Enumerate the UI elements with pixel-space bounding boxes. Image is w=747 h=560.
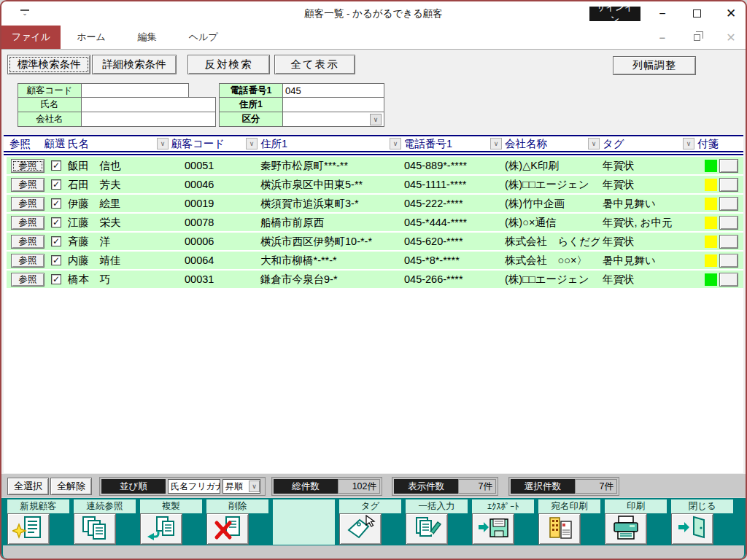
filter-dropdown-icon[interactable]: ∨ xyxy=(490,138,502,149)
menu-tab[interactable]: ヘルプ xyxy=(173,26,234,49)
app-window: ⌄ 顧客一覧 - かるがるできる顧客 サインイン − ✕ ファイルホーム編集ヘル… xyxy=(0,0,747,560)
filter-dropdown-icon[interactable]: ∨ xyxy=(157,138,169,149)
mdi-minimize-icon[interactable]: − xyxy=(646,26,679,49)
cell-code: 00031 xyxy=(169,271,258,288)
column-width-adjust-button[interactable]: 列幅調整 xyxy=(613,56,696,75)
search-condition-button[interactable]: 反対検索 xyxy=(187,55,270,74)
fusen-button[interactable] xyxy=(719,273,738,287)
fusen-button[interactable] xyxy=(719,254,738,268)
toolbar-button[interactable] xyxy=(7,513,50,545)
toolbar-button[interactable] xyxy=(74,513,116,545)
header-fusen: 付箋 xyxy=(694,137,719,151)
filter-dropdown-icon[interactable]: ∨ xyxy=(683,138,694,149)
menu-tab[interactable]: ホーム xyxy=(61,26,122,49)
reference-button[interactable]: 参照 xyxy=(11,254,44,268)
chevron-down-icon[interactable]: ∨ xyxy=(370,114,382,125)
row-checkbox[interactable]: ✓ xyxy=(51,160,61,171)
fusen-button[interactable] xyxy=(719,178,738,192)
toolbar-cell-label: 削除 xyxy=(206,499,268,513)
serial-reference-icon xyxy=(79,515,111,543)
fusen-button[interactable] xyxy=(719,216,738,230)
filter-dropdown-icon[interactable]: ∨ xyxy=(390,138,401,149)
row-checkbox[interactable]: ✓ xyxy=(51,198,61,209)
name-label: 氏名 xyxy=(18,97,82,112)
row-checkbox[interactable]: ✓ xyxy=(51,236,61,246)
toolbar-button[interactable] xyxy=(605,513,647,545)
cell-company: (株)△K印刷 xyxy=(502,157,600,174)
address1-input[interactable] xyxy=(282,97,384,112)
search-condition-button[interactable]: 詳細検索条件 xyxy=(92,55,177,74)
mdi-close-icon[interactable]: ✕ xyxy=(714,26,747,49)
fusen-color-swatch xyxy=(705,254,717,267)
cell-code: 00078 xyxy=(169,214,258,231)
fusen-button[interactable] xyxy=(719,159,738,173)
cell-code: 00006 xyxy=(169,233,258,250)
row-checkbox[interactable]: ✓ xyxy=(51,179,61,190)
toolbar-button[interactable] xyxy=(339,513,382,545)
cell-tag: 年賀状 xyxy=(600,157,694,174)
row-checkbox[interactable]: ✓ xyxy=(51,217,61,228)
reference-button[interactable]: 参照 xyxy=(11,197,44,211)
cell-name: 飯田 信也 xyxy=(65,157,169,174)
bottom-toolbar: 新規顧客 連続参照 複製 削除 タグ 一括入力 ｴｸｽﾎﾟｰﾄ 宛名印刷 印刷 … xyxy=(1,497,746,560)
name-input[interactable] xyxy=(81,97,216,112)
reference-button[interactable]: 参照 xyxy=(11,216,44,230)
cell-phone: 045-889*-**** xyxy=(401,157,502,174)
header-tag: タグ xyxy=(600,137,624,151)
reference-button[interactable]: 参照 xyxy=(11,159,44,173)
phone1-input[interactable]: 045 xyxy=(282,83,384,98)
toolbar-button[interactable] xyxy=(671,513,713,545)
category-label: 区分 xyxy=(219,112,283,127)
toolbar-button[interactable] xyxy=(472,513,514,545)
cell-name: 橋本 巧 xyxy=(65,271,169,288)
search-condition-button[interactable]: 標準検索条件 xyxy=(7,55,90,74)
cell-address: 秦野市松原町***-** xyxy=(258,157,401,174)
menu-tab[interactable]: ファイル xyxy=(1,26,61,49)
toolbar-button[interactable] xyxy=(538,513,581,545)
status-bar: 全選択 全解除 並び順 氏名フリガナ∨ 昇順∨ 総件数 102件 表示件数 7件… xyxy=(1,473,746,497)
cell-name: 内藤 靖佳 xyxy=(65,252,169,269)
reference-button[interactable]: 参照 xyxy=(11,273,44,287)
signin-button[interactable]: サインイン xyxy=(589,7,640,21)
filter-dropdown-icon[interactable]: ∨ xyxy=(588,138,600,149)
table-row: 参照 ✓ 飯田 信也 00051 秦野市松原町***-** 045-889*-*… xyxy=(7,157,743,174)
cell-tag: 暑中見舞い xyxy=(600,195,694,212)
category-select[interactable]: ∨ xyxy=(282,112,384,127)
row-checkbox[interactable]: ✓ xyxy=(51,255,61,265)
fusen-button[interactable] xyxy=(719,197,738,211)
menu-tab[interactable]: 編集 xyxy=(122,26,173,49)
toolbar-cell: 印刷 xyxy=(605,499,667,545)
menu-bar: ファイルホーム編集ヘルプ − ✕ xyxy=(1,26,746,50)
customer-code-label: 顧客コード xyxy=(18,83,82,98)
reference-button[interactable]: 参照 xyxy=(11,235,44,249)
cell-code: 00046 xyxy=(169,176,258,193)
select-all-button[interactable]: 全選択 xyxy=(7,478,49,495)
search-condition-button[interactable]: 全て表示 xyxy=(274,55,355,74)
toolbar-cell: 宛名印刷 xyxy=(538,499,600,545)
close-window-icon[interactable]: ✕ xyxy=(714,1,747,26)
company-name-input[interactable] xyxy=(81,112,216,127)
reference-button[interactable]: 参照 xyxy=(11,178,44,192)
toolbar-cell-label: 複製 xyxy=(140,499,202,513)
toolbar-button[interactable] xyxy=(140,513,182,545)
chevron-down-icon[interactable]: ∨ xyxy=(249,481,260,492)
cell-name: 江藤 栄夫 xyxy=(65,214,169,231)
maximize-icon[interactable] xyxy=(680,1,713,26)
fusen-color-swatch xyxy=(705,273,717,286)
sort-order-select[interactable]: 昇順∨ xyxy=(222,479,260,494)
sort-field-select[interactable]: 氏名フリガナ∨ xyxy=(168,479,220,494)
mdi-restore-icon[interactable] xyxy=(680,26,713,49)
row-checkbox[interactable]: ✓ xyxy=(51,274,61,284)
filter-dropdown-icon[interactable]: ∨ xyxy=(246,138,258,149)
customer-code-input[interactable] xyxy=(81,83,189,98)
close-icon xyxy=(676,515,708,543)
minimize-icon[interactable]: − xyxy=(646,1,679,26)
fusen-color-swatch xyxy=(705,160,717,172)
deselect-all-button[interactable]: 全解除 xyxy=(50,478,92,495)
cell-address: 大和市柳橋*-**-* xyxy=(258,252,401,269)
fusen-button[interactable] xyxy=(719,235,738,249)
toolbar-button[interactable] xyxy=(406,513,448,545)
cell-company: 株式会社 ○○×〉 xyxy=(502,252,600,269)
toolbar-button[interactable] xyxy=(206,513,249,545)
cell-company: 株式会社 らくだグ xyxy=(502,233,600,250)
